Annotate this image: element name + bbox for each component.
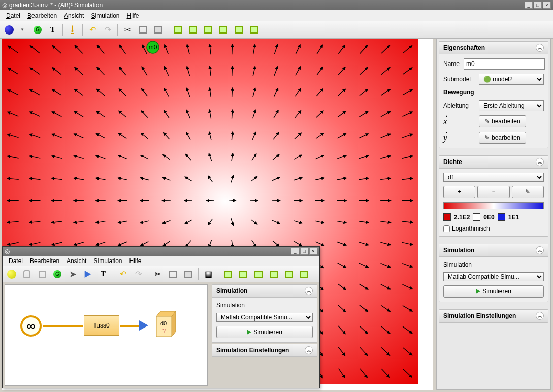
tool-align-2[interactable] — [236, 267, 250, 281]
collapse-icon[interactable]: ︽ — [305, 287, 313, 295]
sub-sim-title: Simulation — [216, 287, 247, 295]
tool-cut[interactable]: ✂ — [151, 267, 165, 281]
flow-arrowhead — [139, 320, 148, 331]
tool-play[interactable] — [81, 267, 95, 281]
node-flow[interactable]: fluss0 — [84, 315, 119, 336]
tool-global[interactable] — [30, 23, 45, 37]
tool-copy[interactable] — [166, 267, 180, 281]
flow-connector — [43, 325, 83, 327]
menu-ansicht[interactable]: Ansicht — [61, 11, 87, 20]
simulate-button[interactable]: Simulieren — [443, 285, 544, 298]
properties-panel: Eigenschaften ︽ Name Submodel 🟢 model2 B… — [439, 41, 548, 148]
tool-cube[interactable] — [35, 267, 49, 281]
tool-undo[interactable]: ↶ — [116, 267, 130, 281]
menu-hilfe[interactable]: Hilfe — [124, 11, 142, 20]
tool-cylinder[interactable] — [20, 267, 34, 281]
simulation-panel: Simulation ︽ Simulation Matlab Compatibl… — [439, 244, 548, 302]
tool-grid[interactable]: ▦ — [201, 267, 215, 281]
close-button[interactable]: × — [543, 2, 551, 9]
sub-menu-ansicht[interactable]: Ansicht — [63, 256, 89, 266]
tool-align-4[interactable] — [216, 23, 231, 37]
collapse-icon[interactable]: ︽ — [536, 246, 544, 254]
submodel-label: Submodel — [443, 76, 475, 83]
play-icon — [247, 330, 251, 335]
tool-align-3[interactable] — [251, 267, 266, 281]
window-title: gradient3.simz * - (AB)² Simulation — [9, 2, 103, 9]
tool-paste[interactable] — [151, 23, 165, 37]
collapse-icon[interactable]: ︽ — [536, 158, 544, 166]
tool-align-2[interactable] — [186, 23, 200, 37]
ydot-edit-button[interactable]: ✎bearbeiten — [479, 132, 526, 144]
density-edit-button[interactable]: ✎ — [512, 186, 544, 198]
sub-sim-engine-select[interactable]: Matlab Compatible Simu... — [216, 313, 313, 322]
tool-redo[interactable]: ↷ — [101, 23, 115, 37]
tool-global[interactable] — [50, 267, 64, 281]
xdot-edit-button[interactable]: ✎bearbeiten — [479, 115, 526, 127]
deriv-select[interactable]: Erste Ableitung — [479, 100, 544, 111]
menu-datei[interactable]: Datei — [3, 11, 23, 20]
tool-undo[interactable]: ↶ — [85, 23, 100, 37]
sub-minimize-button[interactable]: _ — [291, 248, 299, 255]
log-checkbox[interactable]: Logarithmisch — [443, 225, 544, 232]
sub-menu-bearbeiten[interactable]: Bearbeiten — [27, 256, 62, 266]
tool-arrow[interactable]: ➤ — [66, 267, 80, 281]
sub-simulate-button[interactable]: Simulieren — [216, 326, 313, 338]
node-sink[interactable]: d0 ? — [152, 309, 180, 340]
tool-align-6[interactable] — [297, 267, 311, 281]
submodel-select[interactable]: 🟢 model2 — [479, 74, 544, 85]
gradient-bar — [443, 202, 544, 209]
svg-rect-309 — [156, 316, 172, 337]
main-menubar: Datei Bearbeiten Ansicht Simulation Hilf… — [0, 10, 553, 21]
main-toolbar: ▼ T ⭳ ↶ ↷ ✂ — [0, 21, 553, 39]
sub-menu-hilfe[interactable]: Hilfe — [126, 256, 145, 266]
tool-text[interactable]: T — [96, 267, 110, 281]
menu-simulation[interactable]: Simulation — [88, 11, 122, 20]
sub-menu-simulation[interactable]: Simulation — [90, 256, 125, 266]
density-select[interactable]: d1 — [443, 173, 544, 182]
app-icon: ◎ — [5, 248, 10, 255]
collapse-icon[interactable]: ︽ — [536, 312, 544, 320]
sim-engine-select[interactable]: Matlab Compatible Simu... — [443, 272, 544, 281]
tool-text[interactable]: T — [46, 23, 60, 37]
tool-align-1[interactable] — [171, 23, 185, 37]
model-diagram[interactable]: ∞ fluss0 d0 ? — [5, 284, 208, 386]
density-remove-button[interactable]: − — [477, 186, 509, 198]
svg-line-143 — [207, 200, 214, 201]
density-add-button[interactable]: + — [443, 186, 475, 198]
tool-align-5[interactable] — [282, 267, 296, 281]
sub-maximize-button[interactable]: □ — [300, 248, 308, 255]
tool-align-5[interactable] — [232, 23, 246, 37]
tool-copy[interactable] — [136, 23, 150, 37]
menu-bearbeiten[interactable]: Bearbeiten — [24, 11, 60, 20]
deriv-label: Ableitung — [443, 102, 475, 109]
editor-subwindow[interactable]: ◎ _ □ × Datei Bearbeiten Ansicht Simulat… — [2, 246, 320, 388]
maximize-button[interactable]: □ — [534, 2, 542, 9]
svg-line-11 — [232, 44, 233, 54]
node-infinity[interactable]: ∞ — [20, 315, 42, 337]
sub-menu-datei[interactable]: Datei — [6, 256, 26, 266]
side-panel-column: Eigenschaften ︽ Name Submodel 🟢 model2 B… — [436, 39, 551, 390]
tool-align-3[interactable] — [201, 23, 215, 37]
xdot-label: x — [443, 116, 475, 127]
tool-paste[interactable] — [181, 267, 196, 281]
tool-sphere[interactable] — [2, 23, 16, 37]
name-label: Name — [443, 60, 460, 68]
sub-close-button[interactable]: × — [309, 248, 317, 255]
pencil-icon: ✎ — [484, 134, 490, 141]
sub-sim-settings-title: Simulation Einstellungen — [216, 347, 289, 354]
minimize-button[interactable]: _ — [525, 2, 533, 9]
tool-open[interactable]: ⭳ — [66, 23, 80, 37]
collapse-icon[interactable]: ︽ — [536, 44, 544, 52]
main-titlebar: ◎ gradient3.simz * - (AB)² Simulation _ … — [0, 0, 553, 10]
collapse-icon[interactable]: ︽ — [305, 346, 313, 354]
svg-line-30 — [232, 66, 233, 76]
tool-align-4[interactable] — [267, 267, 281, 281]
tool-cut[interactable]: ✂ — [120, 23, 135, 37]
tool-align-1[interactable] — [221, 267, 235, 281]
tool-yellow-sphere[interactable] — [5, 267, 19, 281]
tool-redo[interactable]: ↷ — [131, 267, 145, 281]
tool-sphere-dropdown[interactable]: ▼ — [15, 23, 29, 37]
pencil-icon: ✎ — [484, 118, 490, 125]
tool-align-6[interactable] — [247, 23, 261, 37]
name-input[interactable] — [464, 58, 545, 70]
